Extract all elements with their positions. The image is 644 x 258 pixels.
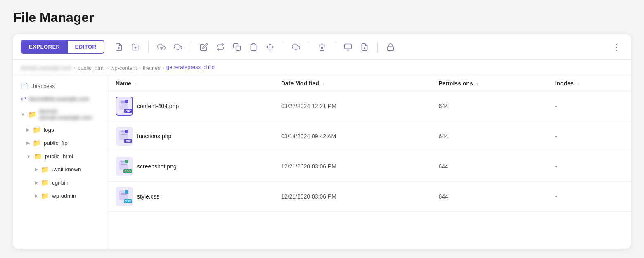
sidebar-item-htaccess[interactable]: 📄 .htaccess <box>15 80 106 92</box>
page-title: File Manager <box>13 10 631 25</box>
tab-editor[interactable]: EDITOR <box>68 41 104 53</box>
sidebar: 📄 .htaccess ↩ blurredlink.example.com ▼ … <box>13 75 108 249</box>
sidebar-item-label: public_html <box>45 153 73 159</box>
arrow-right-icon: ▶ <box>35 193 38 199</box>
edit-icon[interactable] <box>198 41 210 53</box>
file-name-cell: PNG screenshot.png <box>116 157 266 176</box>
folder-icon: 📁 <box>33 139 41 147</box>
sort-name-icon: ↕ <box>135 81 137 87</box>
sidebar-item-label: .htaccess <box>31 83 55 89</box>
file-name-cell: CSS style.css <box>116 187 266 206</box>
col-header-date[interactable]: Date Modified ↕ <box>274 75 431 91</box>
table-row[interactable]: PNG screenshot.png 12/21/2020 03:06 PM 6… <box>108 151 631 182</box>
sidebar-item-label: .well-known <box>52 166 81 173</box>
sidebar-item-public-ftp[interactable]: ▶ 📁 public_ftp <box>15 137 106 149</box>
file-permissions: 644 <box>431 121 547 151</box>
sidebar-item-label: public_ftp <box>44 140 68 146</box>
link-icon: ↩ <box>21 95 26 103</box>
file-permissions: 644 <box>431 91 547 121</box>
move-icon[interactable] <box>264 41 276 53</box>
file-name: screenshot.png <box>137 163 177 170</box>
fm-body: 📄 .htaccess ↩ blurredlink.example.com ▼ … <box>13 75 631 249</box>
delete-icon[interactable] <box>316 41 328 53</box>
file-name: style.css <box>137 193 159 200</box>
sidebar-item-label: blurredlink.example.com <box>29 96 89 102</box>
col-header-name[interactable]: Name ↕ <box>108 75 274 91</box>
col-header-inodes[interactable]: Inodes ↕ <box>548 75 631 91</box>
file-name: content-404.php <box>137 103 179 109</box>
table-row[interactable]: PHP content-404.php 03/27/2024 12:21 PM … <box>108 91 631 121</box>
sidebar-item-label: blurred-domain.example.com <box>39 108 100 121</box>
col-header-permissions[interactable]: Permissions ↕ <box>431 75 547 91</box>
file-inodes: - <box>548 91 631 121</box>
table-row[interactable]: PHP functions.php 03/14/2024 09:42 AM 64… <box>108 121 631 151</box>
breadcrumb-wp-content[interactable]: wp-content <box>111 65 137 71</box>
breadcrumb-domain[interactable]: domain.example.com <box>21 65 72 71</box>
svg-rect-6 <box>236 46 241 50</box>
sort-perms-icon: ↕ <box>476 81 479 87</box>
arrow-right-icon: ▶ <box>35 167 38 172</box>
sidebar-item-link-blurred[interactable]: ↩ blurredlink.example.com <box>15 92 106 105</box>
permissions-icon[interactable] <box>384 41 397 53</box>
arrow-right-icon: ▶ <box>35 180 38 185</box>
folder-open-icon: 📁 <box>28 111 36 118</box>
arrow-down-icon: ▼ <box>21 112 25 117</box>
new-folder-icon[interactable] <box>129 41 142 53</box>
file-list: Name ↕ Date Modified ↕ Permissions ↕ Ino… <box>108 75 631 249</box>
folder-icon: 📁 <box>41 166 49 173</box>
svg-rect-11 <box>345 44 352 49</box>
sidebar-item-well-known[interactable]: ▶ 📁 .well-known <box>15 163 106 176</box>
file-icon: 📄 <box>21 82 28 90</box>
toolbar: EXPLORER EDITOR <box>13 34 631 60</box>
compress-icon[interactable] <box>342 41 354 53</box>
tab-group: EXPLORER EDITOR <box>21 40 104 54</box>
more-options-icon[interactable]: ⋮ <box>611 42 623 52</box>
breadcrumb-public-html[interactable]: public_html <box>78 65 105 71</box>
file-date: 03/27/2024 12:21 PM <box>274 91 431 121</box>
file-inodes: - <box>548 151 631 182</box>
sidebar-item-cgi-bin[interactable]: ▶ 📁 cgi-bin <box>15 176 106 189</box>
upload-icon[interactable] <box>155 41 168 53</box>
download-file-icon[interactable] <box>172 41 184 53</box>
breadcrumb: domain.example.com › public_html › wp-co… <box>13 60 631 75</box>
toolbar-separator-4 <box>309 41 309 53</box>
sidebar-item-public-html[interactable]: ▼ 📁 public_html <box>15 150 106 163</box>
sidebar-item-label: wp-admin <box>52 193 76 199</box>
breadcrumb-themes[interactable]: themes <box>143 65 161 71</box>
copy-icon[interactable] <box>231 41 243 53</box>
extract-icon[interactable] <box>358 41 371 53</box>
file-name: functions.php <box>137 133 171 140</box>
sidebar-item-label: logs <box>44 127 54 133</box>
file-permissions: 644 <box>431 151 547 182</box>
sort-date-icon: ↕ <box>322 81 325 87</box>
file-date: 12/21/2020 03:06 PM <box>274 151 431 182</box>
file-date: 12/21/2020 03:06 PM <box>274 182 431 212</box>
file-name-cell: PHP functions.php <box>116 127 266 146</box>
sidebar-item-label: cgi-bin <box>52 180 69 186</box>
file-inodes: - <box>548 182 631 212</box>
file-inodes: - <box>548 121 631 151</box>
rename-icon[interactable] <box>214 41 227 53</box>
sidebar-item-domain-folder[interactable]: ▼ 📁 blurred-domain.example.com <box>15 106 106 123</box>
breadcrumb-generatepress-child[interactable]: generatepress_child <box>166 64 215 71</box>
folder-icon: 📁 <box>41 179 49 187</box>
svg-rect-15 <box>388 47 394 50</box>
file-permissions: 644 <box>431 182 547 212</box>
file-manager-container: EXPLORER EDITOR <box>13 34 631 249</box>
paste-icon[interactable] <box>247 41 260 53</box>
sidebar-item-logs[interactable]: ▶ 📁 logs <box>15 123 106 136</box>
arrow-right-icon: ▶ <box>26 140 30 146</box>
sort-inodes-icon: ↕ <box>577 81 580 87</box>
new-file-icon[interactable] <box>113 41 125 53</box>
download-icon[interactable] <box>290 41 302 53</box>
file-date: 03/14/2024 09:42 AM <box>274 121 431 151</box>
tab-explorer[interactable]: EXPLORER <box>21 41 68 53</box>
arrow-right-icon: ▶ <box>26 127 30 133</box>
table-row[interactable]: CSS style.css 12/21/2020 03:06 PM 644 - <box>108 182 631 212</box>
toolbar-separator-1 <box>148 41 149 53</box>
folder-open-icon: 📁 <box>34 152 42 160</box>
folder-icon: 📁 <box>41 192 49 200</box>
toolbar-separator-3 <box>283 41 283 53</box>
sidebar-item-wp-admin[interactable]: ▶ 📁 wp-admin <box>15 189 106 202</box>
toolbar-separator-2 <box>191 41 191 53</box>
